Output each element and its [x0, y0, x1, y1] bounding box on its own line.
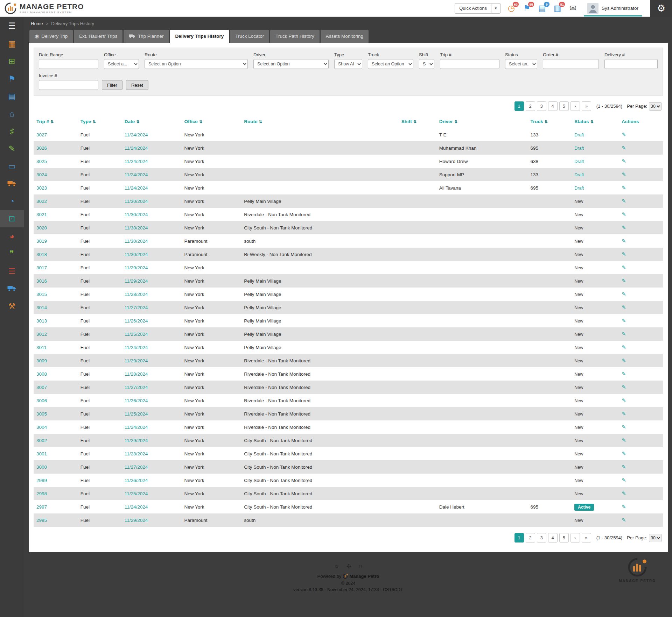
trip-number-link[interactable]: 3014 — [36, 305, 47, 310]
page-button-3[interactable]: 3 — [537, 101, 546, 111]
edit-pencil-icon[interactable]: ✎ — [622, 451, 626, 456]
edit-pencil-icon[interactable]: ✎ — [622, 371, 626, 377]
column-header-truck[interactable]: Truck ⇅ — [527, 115, 572, 128]
trip-date-link[interactable]: 11/24/2024 — [125, 185, 148, 191]
page-button-3[interactable]: 3 — [537, 533, 546, 542]
reset-button[interactable]: Reset — [126, 80, 148, 90]
edit-pencil-icon[interactable]: ✎ — [622, 384, 626, 390]
status-select[interactable]: Select an... — [505, 59, 537, 69]
settings-gear-icon[interactable]: ⚙ — [650, 0, 672, 17]
office-select[interactable]: Select a... — [104, 59, 139, 69]
trip-number-link[interactable]: 3026 — [36, 146, 47, 151]
trip-number-link[interactable]: 3021 — [36, 212, 47, 217]
trip-date-link[interactable]: 11/30/2024 — [125, 212, 148, 217]
trip-number-link[interactable]: 3012 — [36, 332, 47, 337]
page-button-1[interactable]: 1 — [514, 533, 524, 542]
trip-date-link[interactable]: 11/24/2024 — [125, 146, 148, 151]
column-header-date[interactable]: Date ⇅ — [122, 115, 182, 128]
tab-delivery-trip[interactable]: ◉Delivery Trip — [29, 30, 73, 43]
edit-pencil-icon[interactable]: ✎ — [622, 278, 626, 284]
trip-number-link[interactable]: 3008 — [36, 371, 47, 377]
notes-icon[interactable]: ✎ — [0, 140, 24, 157]
next-page-button[interactable]: › — [570, 101, 580, 111]
trip-date-link[interactable]: 11/24/2024 — [125, 172, 148, 177]
trip-number-link[interactable]: 3013 — [36, 318, 47, 324]
edit-pencil-icon[interactable]: ✎ — [622, 344, 626, 350]
maintenance-wrench-icon[interactable]: ⚒ — [0, 297, 24, 315]
reports-flag-icon[interactable]: ⚑ — [0, 70, 24, 87]
edit-pencil-icon[interactable]: ✎ — [622, 477, 626, 483]
order-number-input[interactable] — [543, 59, 599, 69]
trip-number-link[interactable]: 3022 — [36, 199, 47, 204]
trip-number-link[interactable]: 3005 — [36, 411, 47, 417]
support-headset-icon[interactable]: ∩ — [358, 563, 363, 570]
trip-number-link[interactable]: 2995 — [36, 518, 47, 523]
per-page-select[interactable]: 30 — [649, 534, 662, 542]
trip-date-link[interactable]: 11/30/2024 — [125, 199, 148, 204]
edit-pencil-icon[interactable]: ✎ — [622, 264, 626, 270]
edit-pencil-icon[interactable]: ✎ — [622, 211, 626, 217]
page-button-4[interactable]: 4 — [548, 533, 558, 542]
idea-bulb-icon[interactable]: ☼ — [334, 563, 340, 570]
trip-date-link[interactable]: 11/30/2024 — [125, 239, 148, 244]
trip-number-link[interactable]: 3027 — [36, 132, 47, 137]
trip-number-link[interactable]: 3015 — [36, 292, 47, 297]
bug-report-icon[interactable]: ✢ — [346, 563, 351, 570]
page-button-5[interactable]: 5 — [559, 533, 569, 542]
driver-select[interactable]: Select an Option — [253, 59, 329, 69]
edit-pencil-icon[interactable]: ✎ — [622, 517, 626, 523]
edit-pencil-icon[interactable]: ✎ — [622, 158, 626, 164]
trip-number-link[interactable]: 3019 — [36, 239, 47, 244]
page-button-1[interactable]: 1 — [514, 101, 524, 111]
trip-date-link[interactable]: 11/29/2024 — [125, 265, 148, 270]
trip-number-link[interactable]: 3001 — [36, 451, 47, 456]
edit-pencil-icon[interactable]: ✎ — [622, 504, 626, 510]
trip-date-link[interactable]: 11/29/2024 — [125, 278, 148, 284]
company-building-icon[interactable]: ⌂ — [0, 105, 24, 122]
quick-actions-button[interactable]: Quick Actions — [455, 3, 491, 14]
type-select[interactable]: Show All — [334, 59, 362, 69]
invoice-number-input[interactable] — [39, 80, 98, 90]
trip-date-link[interactable]: 11/24/2024 — [125, 132, 148, 137]
building-report-icon[interactable]: ▥81 — [552, 2, 563, 14]
tasks-list-icon[interactable]: ☰ — [0, 262, 24, 280]
trip-date-link[interactable]: 11/25/2024 — [125, 411, 148, 417]
edit-pencil-icon[interactable]: ✎ — [622, 464, 626, 470]
presentation-icon[interactable]: ▭ — [0, 157, 24, 175]
trip-date-link[interactable]: 11/25/2024 — [125, 491, 148, 496]
edit-pencil-icon[interactable]: ✎ — [622, 132, 626, 137]
invoices-doc-icon[interactable]: ▤ — [0, 87, 24, 105]
trip-date-link[interactable]: 11/25/2024 — [125, 332, 148, 337]
delivery-truck-icon[interactable] — [0, 175, 24, 192]
trip-date-link[interactable]: 11/27/2024 — [125, 385, 148, 390]
printer-icon[interactable]: ▤9 — [537, 2, 547, 14]
trip-number-link[interactable]: 3000 — [36, 464, 47, 470]
column-header-type[interactable]: Type ⇅ — [78, 115, 122, 128]
last-page-button[interactable]: » — [582, 101, 591, 111]
trip-number-link[interactable]: 3023 — [36, 185, 47, 191]
analytics-pie-icon[interactable]: ◔ — [0, 192, 24, 210]
trip-number-link[interactable]: 3007 — [36, 385, 47, 390]
breadcrumb-home[interactable]: Home — [31, 21, 43, 26]
per-page-select[interactable]: 30 — [649, 102, 662, 111]
next-page-button[interactable]: › — [570, 533, 580, 542]
route-select[interactable]: Select an Option — [145, 59, 248, 69]
trip-date-link[interactable]: 11/26/2024 — [125, 478, 148, 483]
sales-cart-icon[interactable]: ⊞ — [0, 52, 24, 70]
trip-date-link[interactable]: 11/27/2024 — [125, 305, 148, 310]
column-header-trip[interactable]: Trip # ⇅ — [34, 115, 78, 128]
tab-truck-locator[interactable]: Truck Locator — [230, 30, 269, 43]
tab-ext-haulers-trips[interactable]: Ext. Haulers' Trips — [74, 30, 122, 43]
filter-button[interactable]: Filter — [102, 80, 122, 90]
trip-number-link[interactable]: 3018 — [36, 252, 47, 257]
trip-date-link[interactable]: 11/24/2024 — [125, 504, 148, 510]
edit-pencil-icon[interactable]: ✎ — [622, 251, 626, 257]
edit-pencil-icon[interactable]: ✎ — [622, 357, 626, 363]
trip-date-link[interactable]: 11/24/2024 — [125, 425, 148, 430]
preferences-sliders-icon[interactable]: ♯ — [0, 122, 24, 140]
currency-globe-icon[interactable]: ◕ — [0, 227, 24, 245]
column-header-driver[interactable]: Driver ⇅ — [436, 115, 528, 128]
trip-date-link[interactable]: 11/28/2024 — [125, 292, 148, 297]
trip-number-link[interactable]: 3024 — [36, 172, 47, 177]
tab-trip-planner[interactable]: Trip Planner — [124, 30, 169, 43]
